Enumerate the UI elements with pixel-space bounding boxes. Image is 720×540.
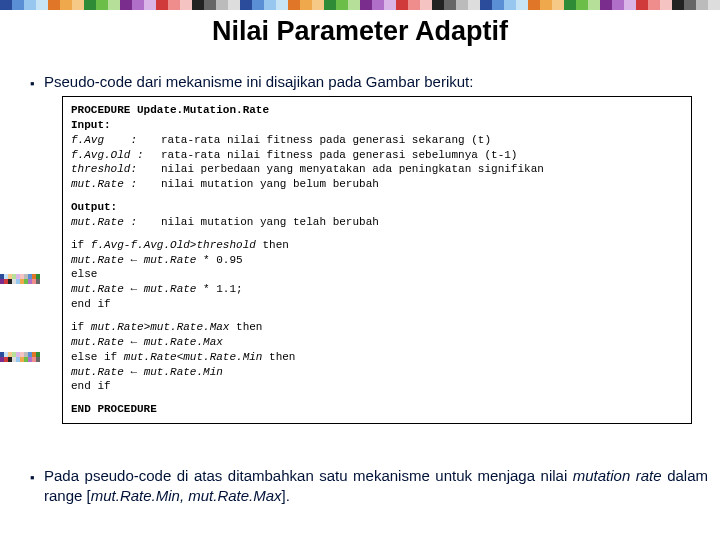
bullet-square-icon: ▪ [30, 72, 44, 93]
decorative-side-strip-2 [0, 352, 42, 362]
code-line: else if mut.Rate<mut.Rate.Min then [71, 350, 683, 365]
param-row: mut.Rate :nilai mutation yang belum beru… [71, 177, 683, 192]
output-row: mut.Rate :nilai mutation yang telah beru… [71, 215, 683, 230]
param-name: threshold: [71, 162, 161, 177]
code-line: end if [71, 297, 683, 312]
decorative-top-border [0, 0, 720, 10]
param-desc: rata-rata nilai fitness pada generasi se… [161, 133, 683, 148]
proc-header: PROCEDURE Update.Mutation.Rate [71, 103, 683, 118]
code-line: mut.Rate ← mut.Rate.Min [71, 365, 683, 380]
param-name: mut.Rate : [71, 177, 161, 192]
code-line: mut.Rate ← mut.Rate * 0.95 [71, 253, 683, 268]
bullet-block-1: ▪ Pseudo-code dari mekanisme ini disajik… [30, 72, 708, 93]
param-row: f.Avg.Old :rata-rata nilai fitness pada … [71, 148, 683, 163]
proc-end: END PROCEDURE [71, 402, 683, 417]
bullet-text-1: Pseudo-code dari mekanisme ini disajikan… [44, 72, 708, 92]
param-name: f.Avg.Old : [71, 148, 161, 163]
code-line: if mut.Rate>mut.Rate.Max then [71, 320, 683, 335]
param-row: threshold:nilai perbedaan yang menyataka… [71, 162, 683, 177]
bullet-square-icon: ▪ [30, 466, 44, 487]
page-title: Nilai Parameter Adaptif [0, 16, 720, 47]
bullet-text-2: Pada pseudo-code di atas ditambahkan sat… [44, 466, 708, 507]
output-label: Output: [71, 200, 683, 215]
code-line: if f.Avg-f.Avg.Old>threshold then [71, 238, 683, 253]
decorative-side-strip-1 [0, 274, 42, 284]
input-label: Input: [71, 118, 683, 133]
param-desc: rata-rata nilai fitness pada generasi se… [161, 148, 683, 163]
param-desc: nilai mutation yang belum berubah [161, 177, 683, 192]
code-line: end if [71, 379, 683, 394]
pseudocode-box: PROCEDURE Update.Mutation.Rate Input: f.… [62, 96, 692, 424]
param-name: f.Avg : [71, 133, 161, 148]
code-line: mut.Rate ← mut.Rate * 1.1; [71, 282, 683, 297]
code-line: else [71, 267, 683, 282]
param-desc: nilai mutation yang telah berubah [161, 215, 683, 230]
code-line: mut.Rate ← mut.Rate.Max [71, 335, 683, 350]
param-name: mut.Rate : [71, 215, 161, 230]
param-desc: nilai perbedaan yang menyatakan ada peni… [161, 162, 683, 177]
param-row: f.Avg :rata-rata nilai fitness pada gene… [71, 133, 683, 148]
bullet-block-2: ▪ Pada pseudo-code di atas ditambahkan s… [30, 466, 708, 507]
